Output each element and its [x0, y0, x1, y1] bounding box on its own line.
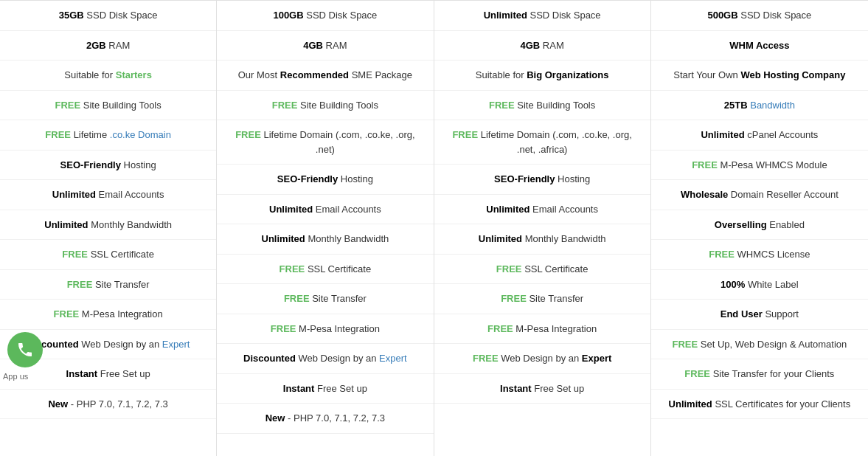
feature-text: FREE [271, 323, 296, 334]
feature-text: Hosting [121, 159, 156, 170]
feature-row: FREE Lifetime .co.ke Domain [0, 120, 216, 151]
feature-row: FREE Lifetime Domain (.com, .co.ke, .org… [217, 120, 433, 165]
feature-row: FREE Site Building Tools [0, 91, 216, 121]
feature-text: M-Pesa Integration [296, 323, 379, 334]
feature-text: Hosting [555, 173, 590, 184]
feature-row: FREE M-Pesa Integration [217, 314, 433, 345]
feature-text: Start Your Own [673, 69, 740, 80]
feature-row: Start Your Own Web Hosting Company [651, 61, 868, 91]
feature-row: SEO-Friendly Hosting [217, 165, 433, 195]
feature-text: 2GB [86, 40, 106, 51]
feature-text: SEO-Friendly [60, 159, 121, 170]
feature-text: Site Transfer [527, 293, 583, 304]
feature-text: Unlimited [269, 204, 313, 215]
feature-text: Discounted [243, 353, 296, 364]
feature-text: New [48, 398, 68, 410]
feature-text: WHM Access [729, 40, 789, 51]
feature-text: SEO-Friendly [494, 173, 555, 184]
feature-row: FREE SSL Certificate [434, 255, 650, 285]
feature-text: FREE [235, 129, 261, 140]
feature-text: Lifetime Domain (.com, .co.ke, .org, .ne… [261, 129, 415, 155]
feature-text: Unlimited [484, 10, 527, 21]
feature-row: 4GB RAM [217, 31, 433, 61]
feature-text: FREE [473, 353, 499, 364]
feature-text: Unlimited [52, 189, 96, 200]
feature-text: SSL Certificate [305, 263, 371, 274]
feature-text: Unlimited [44, 219, 88, 230]
phone-widget[interactable] [7, 332, 43, 367]
feature-text: Web Hosting Company [740, 69, 845, 80]
feature-text: - PHP 7.0, 7.1, 7.2, 7.3 [68, 398, 168, 410]
feature-text: .co.ke Domain [110, 129, 171, 140]
feature-text: SSL Certificate [522, 263, 588, 274]
feature-row: New - PHP 7.0, 7.1, 7.2, 7.3 [0, 390, 216, 420]
feature-row: FREE Site Transfer [0, 270, 216, 300]
feature-text: Big Organizations [527, 69, 608, 80]
feature-text: cPanel Accounts [745, 129, 819, 140]
feature-text: Lifetime Domain (.com, .co.ke, .org, .ne… [478, 129, 632, 155]
feature-row: FREE Set Up, Web Design & Automation [651, 330, 868, 360]
feature-row: Unlimited Email Accounts [217, 195, 433, 225]
feature-text: Unlimited [262, 233, 305, 244]
feature-text: Set Up, Web Design & Automation [698, 339, 847, 350]
feature-text: Site Transfer [310, 293, 367, 304]
feature-text: Starters [116, 69, 152, 80]
feature-row: 100% White Label [651, 270, 868, 300]
feature-text: Unlimited [669, 398, 712, 410]
feature-text: Suitable for [476, 69, 527, 80]
feature-text: FREE [487, 323, 513, 334]
feature-text: FREE [684, 368, 710, 379]
feature-text: Expert [379, 353, 407, 364]
feature-text: FREE [709, 249, 735, 260]
feature-text: FREE [452, 129, 478, 140]
feature-text: SEO-Friendly [277, 173, 338, 184]
feature-text: Email Accounts [313, 204, 381, 215]
feature-text: Free Set up [97, 368, 150, 379]
feature-row: Unlimited Monthly Bandwidth [0, 210, 216, 241]
feature-row: 4GB RAM [434, 31, 650, 61]
feature-text: 25TB [724, 100, 748, 111]
feature-row: FREE M-Pesa Integration [0, 300, 216, 330]
feature-text: Bandwidth [748, 100, 795, 111]
feature-text: FREE [54, 308, 80, 319]
feature-row: 100GB SSD Disk Space [217, 1, 433, 31]
feature-text: Overselling [715, 219, 767, 230]
feature-text: 100GB [273, 10, 303, 21]
feature-row: 2GB RAM [0, 31, 216, 61]
feature-text: 35GB [59, 10, 84, 21]
feature-row: Instant Free Set up [434, 374, 650, 404]
feature-text: RAM [323, 40, 347, 51]
feature-text: FREE [55, 100, 80, 111]
feature-row: Unlimited Email Accounts [434, 195, 650, 225]
feature-text: FREE [489, 100, 515, 111]
feature-row: SEO-Friendly Hosting [0, 151, 216, 181]
feature-text: Lifetime [71, 129, 110, 140]
feature-text: FREE [672, 339, 698, 350]
feature-text: New [265, 412, 285, 424]
feature-row: FREE SSL Certificate [0, 240, 216, 270]
feature-row: FREE M-Pesa Integration [434, 314, 650, 345]
plan-col-1: 35GB SSD Disk Space2GB RAMSuitable for S… [0, 1, 217, 456]
feature-row: WHM Access [651, 31, 868, 61]
feature-text: RAM [106, 40, 131, 51]
feature-row: Unlimited Monthly Bandwidth [217, 224, 433, 255]
feature-text: SME Package [349, 69, 412, 80]
feature-row: Wholesale Domain Reseller Account [651, 180, 868, 210]
feature-text: Site Building Tools [515, 100, 596, 111]
feature-text: Free Set up [314, 383, 367, 394]
feature-row: Unlimited SSD Disk Space [434, 1, 650, 31]
feature-text: SSD Disk Space [527, 10, 601, 21]
feature-text: Enabled [767, 219, 805, 230]
feature-row: Instant Free Set up [217, 374, 433, 404]
feature-text: Expert [162, 339, 190, 350]
feature-row: Our Most Recommended SME Package [217, 61, 433, 91]
plan-col-4: 500GB SSD Disk SpaceWHM AccessStart Your… [651, 1, 868, 456]
feature-text: M-Pesa Integration [513, 323, 597, 334]
feature-text: 4GB [521, 40, 541, 51]
feature-text: Site Transfer [92, 279, 149, 290]
feature-row: FREE Site Transfer [434, 284, 650, 314]
feature-row: FREE Site Building Tools [217, 91, 433, 121]
feature-row: Suitable for Big Organizations [434, 61, 650, 91]
feature-text: M-Pesa WHMCS Module [718, 159, 827, 170]
feature-text: M-Pesa Integration [79, 308, 162, 319]
